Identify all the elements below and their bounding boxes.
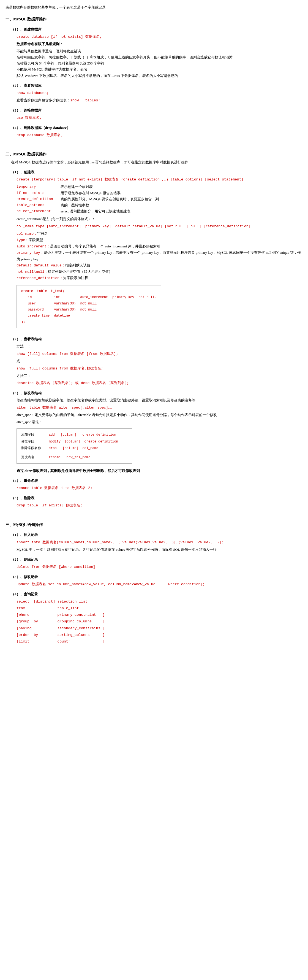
section1-sub4-label: （4）、删除数据库（drop database） xyxy=(5,125,303,131)
section3-sub2-label: （2）、删除记录 xyxy=(5,557,303,563)
section3-sub3-label: （3）、修改记录 xyxy=(5,574,303,580)
param-create-def: create_definition 表的列属性部分。MySQL 要求在创建表时，… xyxy=(16,196,159,202)
section3-sub4-code-block: select [distinct] selection_list from ta… xyxy=(5,598,303,645)
section2-sub1-code1: create [temporary] table [if not exists]… xyxy=(16,177,243,181)
code-line-password: password varchar(30) not null, xyxy=(21,307,156,313)
section2-sub2-code2: show [full] columns from 数据库名.数据表名; xyxy=(16,366,103,371)
section1-sub2-note: 查看当前数据库包含多少数据表：show tables; xyxy=(5,97,303,103)
section2-sub5-label: （5）、删除表 xyxy=(5,495,303,501)
rule-4: 不能使用 MySQL 关键字作为数据库名、表名 xyxy=(16,67,303,72)
syntax-param-notnull: not null\null：指定列是否允许空值（默认允许为空值） xyxy=(16,269,303,275)
code-example-table: create table t_test( id int auto_increme… xyxy=(21,288,156,325)
section3-sub4-label: （4）、查询记录 xyxy=(5,591,303,597)
alter-row-empty xyxy=(21,452,118,454)
section1-sub3-label: （3）、连接数据库 xyxy=(5,107,303,113)
rule-1: 不能与其他数据库重名，否则将发生错误 xyxy=(16,48,303,54)
section3-title: 三、MySQL 语句操作 xyxy=(5,522,303,528)
section2-sub3-intro: 修改表结构指增加或删除字段、修改字段名称或字段类型、设置取消主键外键、设置取消索… xyxy=(5,397,303,403)
section2-sub1-params: temporary 表示创建一个临时表 if not exists 用于避免表存… xyxy=(5,184,303,214)
section2-sub5-code1: drop table [if exists] 数据表名; xyxy=(16,503,82,508)
intro-text: 表是数据库存储数据的基本单位，一个表包含若干个字段或记录 xyxy=(5,5,303,11)
code-line-user: user varchar(30) not null, xyxy=(21,301,156,307)
alter-spec-block: 添加字段 add [column] create_definition 修改字段… xyxy=(16,428,132,464)
select-line-groupby: [group by grouping_columns ] xyxy=(16,618,105,625)
syntax-param-colname: col_name：字段名 xyxy=(16,231,303,237)
section1-sub1-code1: create database [if not exists] 数据库名; xyxy=(16,35,102,39)
select-line-where: [where primary_constraint ] xyxy=(16,612,105,618)
section2-sub3-syntax-title: alter_spec 语法： xyxy=(5,419,303,425)
section3-sub3-code1: update 数据表名 set column_name1=new_value, … xyxy=(16,582,205,586)
code-line-id: id int auto_increment primary key not nu… xyxy=(21,294,156,300)
alter-row-add: 添加字段 add [column] create_definition xyxy=(21,431,118,438)
section1-sub3-code1: use 数据库名; xyxy=(16,116,41,120)
section1-title: 一、MySQL 数据库操作 xyxy=(5,16,303,22)
syntax-param-default: default default_value：指定列默认认值 xyxy=(16,262,303,269)
rule-5: 默认 Windows 下数据库名、表名的大小写是不敏感的，而在 Linux 下数… xyxy=(16,73,303,79)
section2-sub3-warning: 通过 alter 修改表列，其删除是必须将表中数据全部删除，然后才可以修改表列 xyxy=(5,468,303,474)
code-line-createtime: create_time datetime xyxy=(21,313,156,319)
section2-sub4-code1: rename table 数据表名 1 to 数据表名 2; xyxy=(16,486,92,490)
section2-sub2-or: 或 xyxy=(5,358,303,364)
param-table-options: table_options 表的一些特性参数 xyxy=(16,202,159,208)
section2-sub2-code3: describe 数据表名 [某列列名]; 或 desc 数据表名 [某列列名]… xyxy=(16,381,129,385)
section2-sub2-method2: 方法二： xyxy=(5,373,303,379)
select-syntax-table: select [distinct] selection_list from ta… xyxy=(16,598,105,645)
section2-sub2-code1: show [full] columns from 数据表名 [from 数据库名… xyxy=(16,352,118,356)
select-line-from: from table_list xyxy=(16,605,105,612)
section1-sub4-code1: drop database 数据库名; xyxy=(16,133,63,137)
alter-row-drop: 删除字段名称 drop [column] col_name xyxy=(21,445,118,452)
section2-sub4-label: （4）、重命名表 xyxy=(5,478,303,484)
select-line-limit: [limit count; ] xyxy=(16,638,105,645)
section1-sub1-rule-title: 数据库命名有以下几项规则： xyxy=(5,41,303,47)
section2-sub1-syntax-params: col_name：字段名 type：字段类型 auto_increment：是否… xyxy=(5,231,303,281)
section2-sub3-label: （3）、修改表结构 xyxy=(5,390,303,396)
section3-sub2-code1: delete from 数据表名 [where condition] xyxy=(16,565,95,569)
param-ifnotexists: if not exists 用于避免表存在时 MySQL 报告的错误 xyxy=(16,190,159,196)
section2-title: 二、MySQL 数据表操作 xyxy=(5,151,303,158)
section2-intro: 在对 MySQL 数据表进行操作之前，必须首先使用 use 语句选择数据库，才可… xyxy=(5,159,303,165)
param-select-stmt: select_statement select 语句描述部分，用它可以快速地创建… xyxy=(16,208,159,214)
rule-3: 名称最长可为 64 个字符，而别名最多可长达 256 个字符 xyxy=(16,60,303,67)
code-line-close: ); xyxy=(21,319,156,325)
section2-sub3-code1: alter table 数据表名 alter_spec[,alter_spec]… xyxy=(16,406,112,410)
select-line-orderby: [order by sorting_columns ] xyxy=(16,632,105,638)
section3-sub1-note: MySQL 中，一次可以同时插入多行记录。各行记录的值清单在 values 关键… xyxy=(5,547,303,553)
select-line-1: select [distinct] selection_list xyxy=(16,598,105,605)
section2-sub1-syntax-title: create_definition 语法（每一列定义的具体格式）： xyxy=(5,216,303,222)
section2-sub1-label: （1）、创建表 xyxy=(5,169,303,175)
alter-row-modify: 修改字段 modify [column] create_definition xyxy=(21,438,118,445)
syntax-param-refdef: reference_definition：为字段添加注释 xyxy=(16,275,303,281)
syntax-param-primarykey: primary key：是否为主键，一个表只能有一个 primary key，若… xyxy=(16,250,303,262)
select-line-having: [having secondary_constrains ] xyxy=(16,625,105,632)
section3-sub1-code1: insert into 数据表名(column_name1,column_nam… xyxy=(16,540,224,544)
rule-2: 名称可由任意字符、阿拉伯数字、下划线（_）和'$'组成，可使用上述的任意字符开头… xyxy=(16,54,303,60)
section1-sub2-code1: show databases; xyxy=(16,91,49,95)
section2-sub2-method1: 方法一： xyxy=(5,343,303,349)
syntax-param-type: type：字段类型 xyxy=(16,237,303,243)
alter-spec-table: 添加字段 add [column] create_definition 修改字段… xyxy=(21,431,118,461)
section2-sub3-note: alter_spec：定义要修改的内容的子句。altertable 语句允许指定… xyxy=(5,412,303,418)
code-line-1: create table t_test( xyxy=(21,288,156,294)
code-example-block: create table t_test( id int auto_increme… xyxy=(16,285,161,328)
param-temporary: temporary 表示创建一个临时表 xyxy=(16,184,159,190)
section2-sub1-syntax-code: col_name type [auto_increment] [primary … xyxy=(16,224,251,228)
syntax-param-autoinc: auto_increment：是否自动编号，每个表只能有一个 auto_incr… xyxy=(16,243,303,250)
section3-sub1-label: （1）、插入记录 xyxy=(5,532,303,538)
section1-sub1-rules: 不能与其他数据库重名，否则将发生错误 名称可由任意字符、阿拉伯数字、下划线（_）… xyxy=(5,48,303,78)
alter-row-rename: 更改表名 rename new_tbl_name xyxy=(21,454,118,461)
section1-sub1-label: （1）、创建数据库 xyxy=(5,27,303,32)
section2-sub2-label: （2）、查看表结构 xyxy=(5,336,303,342)
section1-sub2-label: （2）、查看数据库 xyxy=(5,83,303,89)
